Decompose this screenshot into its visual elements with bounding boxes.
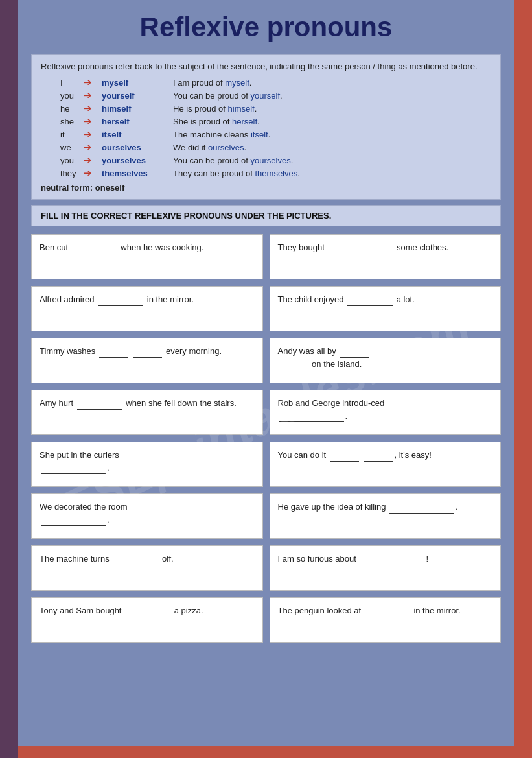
exercise-card-9: She put in the curlers. — [31, 442, 263, 487]
exercise-card-16: The penguin looked at in the mirror. — [270, 597, 502, 643]
ex13-blank[interactable] — [113, 556, 158, 565]
subject-you2: you — [60, 156, 84, 165]
ex1-text-after: when he was cooking. — [119, 243, 204, 252]
content-area: Reflexive pronouns Reflexive pronouns re… — [18, 0, 514, 746]
ex16-blank[interactable] — [365, 608, 410, 617]
pronoun-row-they: they ➔ themselves They can be proud of t… — [60, 167, 491, 179]
subject-he: he — [60, 104, 84, 113]
ex5-blank1[interactable] — [99, 349, 128, 358]
ex2-text-after: some clothes. — [394, 243, 448, 252]
example-itself: The machine cleans itself. — [173, 130, 270, 139]
title-section: Reflexive pronouns — [18, 0, 514, 49]
exercise-card-7: Amy hurt when she fell down the stairs. — [31, 390, 263, 435]
example-herself: She is proud of herself. — [173, 117, 260, 126]
bottom-bar — [0, 746, 532, 758]
ex10-text-after: , it's easy! — [394, 450, 431, 460]
ex10-between — [360, 450, 363, 460]
exercise-card-13: The machine turns off. — [31, 545, 263, 591]
ex3-blank[interactable] — [98, 297, 143, 306]
ex14-blank[interactable] — [360, 556, 425, 565]
ex6-text-before: Andy was all by — [278, 346, 339, 356]
ex11-text-after: . — [107, 515, 110, 525]
arrow-it: ➔ — [84, 128, 102, 140]
pronoun-row-I: I ➔ myself I am proud of myself. — [60, 77, 491, 88]
ex6-blank1[interactable] — [340, 349, 369, 358]
ex4-blank[interactable] — [347, 297, 393, 306]
ex16-text-after: in the mirror. — [411, 606, 461, 615]
pronoun-row-you2: you ➔ yourselves You can be proud of you… — [60, 154, 491, 166]
arrow-you2: ➔ — [84, 154, 102, 166]
ex15-blank[interactable] — [125, 608, 170, 617]
ex4-text-before: The child enjoyed — [278, 294, 347, 304]
pronoun-row-it: it ➔ itself The machine cleans itself. — [60, 128, 491, 140]
ex4-text-after: a lot. — [394, 294, 415, 304]
arrow-he: ➔ — [84, 102, 102, 114]
ex11-blank[interactable] — [41, 517, 106, 526]
ex2-text-before: They bought — [278, 243, 327, 252]
reflex-themselves: themselves — [102, 169, 173, 178]
example-yourself: You can be proud of yourself. — [173, 91, 283, 101]
ex12-blank[interactable] — [389, 504, 454, 514]
ex1-blank[interactable] — [72, 245, 117, 254]
ex14-text-after: ! — [426, 554, 429, 563]
reflex-itself: itself — [102, 130, 173, 139]
ex3-text-after: in the mirror. — [145, 294, 194, 304]
arrow-I: ➔ — [84, 77, 102, 88]
example-ourselves: We did it ourselves. — [173, 143, 246, 152]
subject-I: I — [60, 78, 84, 88]
ex3-text-before: Alfred admired — [40, 294, 97, 304]
ex15-text-after: a pizza. — [172, 606, 203, 615]
subject-we: we — [60, 143, 84, 152]
arrow-she: ➔ — [84, 115, 102, 127]
neutral-form: neutral form: oneself — [41, 183, 491, 193]
ex5-between — [130, 346, 132, 356]
arrow-they: ➔ — [84, 167, 102, 179]
ex16-text-before: The penguin looked at — [278, 606, 364, 615]
left-border — [0, 0, 18, 758]
ex14-text-before: I am so furious about — [278, 554, 359, 563]
example-themselves: They can be proud of themselves. — [173, 169, 300, 178]
ex5-blank2[interactable] — [133, 349, 162, 358]
info-box: Reflexive pronouns refer back to the sub… — [31, 54, 501, 200]
ex7-text-before: Amy hurt — [40, 398, 76, 408]
reflex-herself: herself — [102, 117, 173, 126]
ex12-text-after: . — [456, 502, 458, 512]
reflex-myself: myself — [102, 78, 173, 88]
ex8-blank[interactable] — [279, 413, 344, 422]
pronoun-table: I ➔ myself I am proud of myself. you ➔ y… — [60, 77, 491, 179]
reflex-himself: himself — [102, 104, 173, 113]
exercise-card-11: We decorated the room. — [31, 493, 263, 539]
ex6-blank2[interactable] — [279, 361, 308, 370]
ex10-blank1[interactable] — [330, 453, 359, 462]
ex8-text-after: . — [345, 411, 348, 421]
exercise-card-12: He gave up the idea of killing . — [270, 493, 502, 539]
info-intro: Reflexive pronouns refer back to the sub… — [41, 62, 491, 71]
exercise-card-2: They bought some clothes. — [270, 234, 502, 279]
example-himself: He is proud of himself. — [173, 104, 257, 113]
ex13-text-before: The machine turns — [40, 554, 111, 563]
ex13-text-after: off. — [159, 554, 173, 563]
ex15-text-before: Tony and Sam bought — [40, 606, 124, 615]
exercise-card-3: Alfred admired in the mirror. — [31, 286, 263, 331]
subject-she: she — [60, 117, 84, 126]
reflex-yourself: yourself — [102, 91, 173, 101]
example-myself: I am proud of myself. — [173, 78, 251, 88]
pronoun-row-he: he ➔ himself He is proud of himself. — [60, 102, 491, 114]
ex7-text-after: when she fell down the stairs. — [124, 398, 237, 408]
exercise-area: Ben cut when he was cooking. They bought… — [31, 234, 501, 643]
ex8-text-before: Rob and George introdu-ced — [278, 398, 385, 408]
exercise-card-10: You can do it , it's easy! — [270, 442, 502, 487]
ex10-text-before: You can do it — [278, 450, 329, 460]
ex2-blank[interactable] — [328, 245, 393, 254]
pronoun-row-she: she ➔ herself She is proud of herself. — [60, 115, 491, 127]
ex10-blank2[interactable] — [364, 453, 393, 462]
exercise-card-15: Tony and Sam bought a pizza. — [31, 597, 263, 643]
ex7-blank[interactable] — [77, 401, 122, 410]
ex11-text-before: We decorated the room — [40, 502, 128, 512]
ex9-blank[interactable] — [41, 465, 106, 474]
pronoun-row-we: we ➔ ourselves We did it ourselves. — [60, 141, 491, 153]
exercise-card-4: The child enjoyed a lot. — [270, 286, 502, 331]
reflex-yourselves: yourselves — [102, 156, 173, 165]
subject-they: they — [60, 169, 84, 178]
right-border — [514, 0, 532, 758]
